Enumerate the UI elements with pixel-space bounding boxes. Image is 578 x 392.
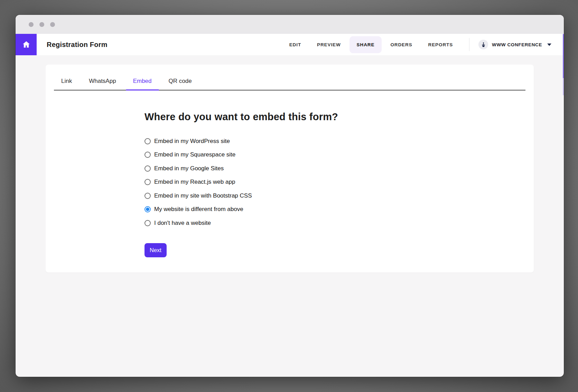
tab-qr-code[interactable]: QR code — [161, 74, 199, 90]
app-header: Registration Form EDIT PREVIEW SHARE ORD… — [16, 34, 564, 55]
radio-option-wordpress[interactable]: Embed in my WordPress site — [144, 134, 534, 148]
nav-item-share[interactable]: SHARE — [349, 36, 382, 53]
window-control-dot[interactable] — [39, 22, 44, 27]
window-control-dot[interactable] — [29, 22, 34, 27]
nav-divider — [469, 38, 469, 51]
radio-option-no-website[interactable]: I don't have a website — [144, 216, 534, 230]
page-content: Link WhatsApp Embed QR code Where do you… — [16, 65, 564, 377]
nav-item-reports[interactable]: REPORTS — [421, 36, 460, 53]
embed-question-heading: Where do you want to embed this form? — [144, 111, 534, 123]
radio-icon[interactable] — [144, 220, 151, 226]
radio-option-squarespace[interactable]: Embed in my Squarespace site — [144, 148, 534, 162]
radio-icon[interactable] — [144, 165, 151, 172]
radio-icon[interactable] — [144, 138, 151, 144]
radio-icon[interactable] — [144, 152, 151, 158]
chevron-down-icon — [547, 44, 551, 46]
share-tabs: Link WhatsApp Embed QR code — [54, 65, 525, 90]
next-button[interactable]: Next — [144, 243, 167, 257]
radio-label: Embed in my Squarespace site — [154, 151, 235, 158]
tab-embed[interactable]: Embed — [126, 74, 159, 90]
radio-label: Embed in my React.js web app — [154, 179, 235, 185]
nav-item-orders[interactable]: ORDERS — [383, 36, 419, 53]
window-titlebar — [16, 15, 564, 34]
window-control-dot[interactable] — [50, 22, 55, 27]
scrollbar-thumb[interactable] — [563, 34, 564, 95]
radio-icon[interactable] — [144, 179, 151, 185]
browser-window: Registration Form EDIT PREVIEW SHARE ORD… — [16, 15, 564, 377]
home-icon — [22, 40, 31, 49]
home-button[interactable] — [16, 34, 37, 55]
radio-option-google-sites[interactable]: Embed in my Google Sites — [144, 162, 534, 175]
organization-avatar — [478, 40, 488, 49]
radio-label: I don't have a website — [154, 220, 211, 227]
radio-option-different-website[interactable]: My website is different from above — [144, 203, 534, 217]
account-menu[interactable]: WWW CONFERENCE — [478, 40, 551, 49]
radio-icon[interactable] — [144, 193, 151, 199]
radio-option-react[interactable]: Embed in my React.js web app — [144, 175, 534, 189]
top-nav: EDIT PREVIEW SHARE ORDERS REPORTS WWW CO… — [281, 36, 564, 53]
radio-icon[interactable] — [144, 206, 151, 212]
tab-link[interactable]: Link — [54, 74, 79, 90]
share-card: Link WhatsApp Embed QR code Where do you… — [46, 65, 534, 273]
podium-speaker-icon — [481, 42, 486, 48]
nav-item-preview[interactable]: PREVIEW — [310, 36, 348, 53]
radio-label: Embed in my WordPress site — [154, 138, 230, 145]
embed-options-group: Embed in my WordPress site Embed in my S… — [144, 134, 534, 230]
account-name: WWW CONFERENCE — [492, 42, 542, 47]
radio-label: Embed in my site with Bootstrap CSS — [154, 192, 252, 199]
radio-label: Embed in my Google Sites — [154, 165, 224, 172]
radio-label: My website is different from above — [154, 206, 243, 213]
radio-option-bootstrap[interactable]: Embed in my site with Bootstrap CSS — [144, 189, 534, 203]
nav-item-edit[interactable]: EDIT — [282, 36, 308, 53]
page-title: Registration Form — [47, 41, 108, 49]
tab-whatsapp[interactable]: WhatsApp — [82, 74, 123, 90]
